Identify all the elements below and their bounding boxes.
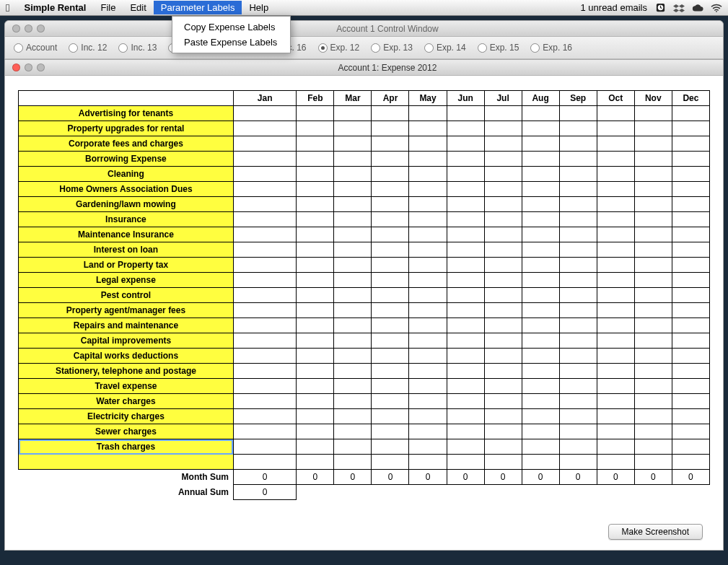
- grid-cell[interactable]: [409, 258, 447, 273]
- grid-cell[interactable]: [409, 121, 447, 136]
- row-label[interactable]: Trash charges: [19, 439, 234, 455]
- grid-cell[interactable]: [409, 167, 447, 182]
- grid-cell[interactable]: [297, 455, 334, 470]
- grid-cell[interactable]: [409, 333, 447, 349]
- grid-cell[interactable]: [297, 364, 334, 379]
- grid-cell[interactable]: [372, 273, 409, 288]
- grid-cell[interactable]: [233, 242, 296, 258]
- grid-cell[interactable]: [597, 318, 634, 333]
- grid-cell[interactable]: [597, 288, 634, 303]
- grid-cell[interactable]: [447, 409, 484, 424]
- grid-cell[interactable]: [597, 152, 634, 167]
- grid-cell[interactable]: [447, 333, 484, 349]
- grid-cell[interactable]: [484, 349, 522, 364]
- grid-cell[interactable]: [672, 409, 709, 424]
- grid-cell[interactable]: [297, 212, 334, 227]
- grid-cell[interactable]: [297, 424, 334, 439]
- grid-cell[interactable]: [484, 439, 522, 455]
- grid-cell[interactable]: [233, 424, 296, 439]
- row-label[interactable]: Water charges: [19, 394, 234, 409]
- row-label[interactable]: Property upgrades for rental: [19, 121, 234, 136]
- grid-cell[interactable]: [372, 212, 409, 227]
- grid-cell[interactable]: [597, 242, 634, 258]
- grid-cell[interactable]: [372, 242, 409, 258]
- grid-cell[interactable]: [233, 167, 296, 182]
- grid-cell[interactable]: [634, 212, 672, 227]
- grid-cell[interactable]: [559, 121, 597, 136]
- radio-exp-14[interactable]: Exp. 14: [420, 43, 470, 53]
- grid-cell[interactable]: [597, 197, 634, 212]
- grid-cell[interactable]: [597, 212, 634, 227]
- grid-cell[interactable]: [409, 288, 447, 303]
- grid-cell[interactable]: [634, 258, 672, 273]
- grid-cell[interactable]: [634, 333, 672, 349]
- grid-cell[interactable]: [597, 379, 634, 394]
- grid-cell[interactable]: [334, 152, 372, 167]
- grid-cell[interactable]: [372, 303, 409, 318]
- grid-cell[interactable]: [559, 303, 597, 318]
- grid-cell[interactable]: [484, 227, 522, 242]
- grid-cell[interactable]: [372, 227, 409, 242]
- grid-cell[interactable]: [559, 182, 597, 197]
- grid-cell[interactable]: [447, 424, 484, 439]
- grid-cell[interactable]: [484, 197, 522, 212]
- grid-cell[interactable]: [372, 136, 409, 152]
- grid-cell[interactable]: [334, 167, 372, 182]
- radio-inc-12[interactable]: Inc. 12: [64, 43, 111, 53]
- grid-cell[interactable]: [334, 212, 372, 227]
- dropdown-paste-expense-labels[interactable]: Paste Expense Labels: [172, 35, 290, 50]
- grid-cell[interactable]: [334, 409, 372, 424]
- grid-cell[interactable]: [597, 121, 634, 136]
- grid-cell[interactable]: [447, 167, 484, 182]
- grid-cell[interactable]: [634, 394, 672, 409]
- grid-cell[interactable]: [597, 303, 634, 318]
- grid-cell[interactable]: [559, 136, 597, 152]
- close-icon[interactable]: [12, 25, 20, 32]
- grid-cell[interactable]: [522, 167, 559, 182]
- grid-cell[interactable]: [297, 227, 334, 242]
- grid-cell[interactable]: [447, 212, 484, 227]
- grid-cell[interactable]: [597, 258, 634, 273]
- grid-cell[interactable]: [297, 152, 334, 167]
- radio-inc-13[interactable]: Inc. 13: [114, 43, 161, 53]
- grid-cell[interactable]: [522, 379, 559, 394]
- zoom-icon[interactable]: [37, 63, 45, 71]
- grid-cell[interactable]: [559, 152, 597, 167]
- grid-cell[interactable]: [559, 258, 597, 273]
- grid-cell[interactable]: [634, 136, 672, 152]
- grid-cell[interactable]: [634, 197, 672, 212]
- grid-cell[interactable]: [597, 394, 634, 409]
- grid-cell[interactable]: [409, 379, 447, 394]
- grid-cell[interactable]: [233, 152, 296, 167]
- grid-cell[interactable]: [334, 364, 372, 379]
- grid-cell[interactable]: [522, 197, 559, 212]
- grid-cell[interactable]: [372, 288, 409, 303]
- grid-cell[interactable]: [233, 182, 296, 197]
- grid-cell[interactable]: [447, 379, 484, 394]
- grid-cell[interactable]: [672, 121, 709, 136]
- grid-cell[interactable]: [597, 424, 634, 439]
- grid-cell[interactable]: [484, 364, 522, 379]
- grid-cell[interactable]: [672, 318, 709, 333]
- grid-cell[interactable]: [372, 182, 409, 197]
- grid-cell[interactable]: [484, 318, 522, 333]
- grid-cell[interactable]: [559, 227, 597, 242]
- app-menu[interactable]: Simple Rental: [17, 1, 93, 14]
- grid-cell[interactable]: [484, 394, 522, 409]
- expense-window-titlebar[interactable]: Account 1: Expense 2012: [5, 60, 723, 76]
- row-label[interactable]: Advertising for tenants: [19, 106, 234, 121]
- grid-cell[interactable]: [334, 227, 372, 242]
- grid-cell[interactable]: [334, 394, 372, 409]
- grid-cell[interactable]: [484, 136, 522, 152]
- grid-cell[interactable]: [233, 303, 296, 318]
- grid-cell[interactable]: [634, 455, 672, 470]
- grid-cell[interactable]: [634, 288, 672, 303]
- grid-cell[interactable]: [559, 288, 597, 303]
- grid-cell[interactable]: [372, 106, 409, 121]
- radio-account[interactable]: Account: [9, 43, 61, 53]
- grid-cell[interactable]: [409, 152, 447, 167]
- grid-cell[interactable]: [484, 121, 522, 136]
- grid-cell[interactable]: [409, 212, 447, 227]
- grid-cell[interactable]: [233, 364, 296, 379]
- grid-cell[interactable]: [233, 333, 296, 349]
